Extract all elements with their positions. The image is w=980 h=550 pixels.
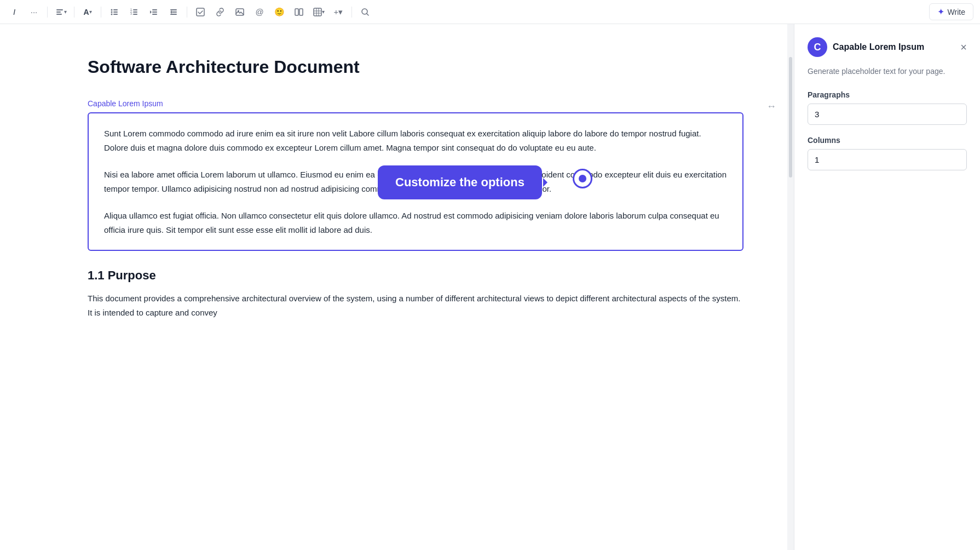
toolbar: I ··· ▾ A ▾ 1. 2. 3. [0, 0, 980, 24]
table-icon[interactable]: ▾ [311, 4, 326, 20]
indent-increase-icon[interactable] [166, 4, 181, 20]
svg-rect-24 [295, 9, 298, 15]
lorem-block: Sunt Lorem commodo commodo ad irure enim… [88, 112, 743, 251]
toolbar-divider-1 [47, 7, 48, 18]
doc-title: Software Architecture Document [88, 57, 743, 77]
step-indicator [573, 169, 592, 188]
lorem-para-3: Aliqua ullamco est fugiat officia. Non u… [104, 209, 727, 237]
svg-rect-17 [152, 14, 157, 15]
svg-point-7 [111, 13, 113, 15]
plugin-title-row: C Capable Lorem Ipsum [808, 37, 924, 57]
svg-rect-19 [172, 12, 177, 13]
capable-label[interactable]: Capable Lorem Ipsum [88, 99, 743, 108]
more-icon[interactable]: ··· [26, 4, 42, 20]
svg-text:3.: 3. [130, 12, 132, 15]
section-heading: 1.1 Purpose [88, 268, 743, 283]
paragraphs-label: Paragraphs [808, 90, 967, 99]
toolbar-divider-3 [101, 7, 101, 18]
chevron-down-icon: ▾ [64, 9, 67, 15]
add-block-icon[interactable]: +▾ [331, 4, 346, 20]
side-panel-header: C Capable Lorem Ipsum × [808, 37, 967, 57]
search-icon[interactable] [358, 4, 373, 20]
bullet-list-icon[interactable] [107, 4, 122, 20]
write-button-label: Write [948, 8, 965, 16]
side-panel: C Capable Lorem Ipsum × Generate placeho… [794, 24, 980, 550]
columns-label: Columns [808, 136, 967, 145]
svg-rect-16 [152, 12, 157, 13]
plugin-description: Generate placeholder text for your page. [808, 66, 967, 77]
link-icon[interactable] [212, 4, 228, 20]
mention-icon[interactable]: @ [252, 4, 267, 20]
svg-rect-21 [197, 8, 204, 16]
svg-rect-14 [133, 14, 137, 15]
font-color-icon[interactable]: A ▾ [80, 4, 95, 20]
svg-rect-2 [56, 14, 62, 15]
svg-rect-26 [314, 8, 321, 16]
write-button[interactable]: ✦ Write [929, 3, 973, 20]
close-button[interactable]: × [960, 42, 967, 53]
numbered-list-icon[interactable]: 1. 2. 3. [126, 4, 142, 20]
lorem-para-2: Nisi ea labore amet officia Lorem laboru… [104, 168, 727, 196]
svg-rect-6 [113, 12, 118, 13]
checkbox-icon[interactable] [193, 4, 208, 20]
svg-rect-10 [133, 9, 137, 10]
svg-rect-18 [170, 9, 177, 10]
emoji-icon[interactable]: 🙂 [272, 4, 287, 20]
svg-rect-4 [113, 9, 118, 10]
scrollbar-track[interactable] [787, 24, 794, 550]
svg-rect-15 [152, 9, 157, 10]
content-area: ↔ Software Architecture Document Capable… [0, 24, 787, 550]
svg-rect-20 [170, 14, 177, 15]
expand-handle[interactable]: ↔ [766, 101, 776, 112]
toolbar-divider-2 [74, 7, 74, 18]
scrollbar-thumb[interactable] [789, 57, 792, 177]
section-para: This document provides a comprehensive a… [88, 291, 743, 319]
toolbar-divider-4 [187, 7, 187, 18]
svg-point-3 [111, 9, 113, 10]
svg-rect-0 [56, 9, 63, 10]
svg-rect-25 [299, 9, 303, 15]
plugin-logo: C [808, 37, 827, 57]
svg-rect-8 [113, 14, 118, 15]
write-sparkle-icon: ✦ [937, 7, 944, 17]
image-icon[interactable] [232, 4, 247, 20]
align-svg [55, 8, 64, 16]
paragraphs-input[interactable] [808, 104, 967, 125]
svg-rect-12 [133, 12, 137, 13]
svg-point-5 [111, 11, 113, 13]
lorem-para-1: Sunt Lorem commodo commodo ad irure enim… [104, 127, 727, 154]
plugin-name: Capable Lorem Ipsum [833, 42, 924, 52]
svg-rect-1 [56, 12, 61, 13]
columns-icon[interactable] [291, 4, 307, 20]
indent-decrease-icon[interactable] [146, 4, 162, 20]
italic-icon[interactable]: I [7, 4, 22, 20]
toolbar-divider-5 [351, 7, 352, 18]
columns-input[interactable] [808, 149, 967, 170]
list-align-icon[interactable]: ▾ [53, 4, 68, 20]
step-inner-dot [579, 175, 586, 182]
main-layout: ↔ Software Architecture Document Capable… [0, 24, 980, 550]
